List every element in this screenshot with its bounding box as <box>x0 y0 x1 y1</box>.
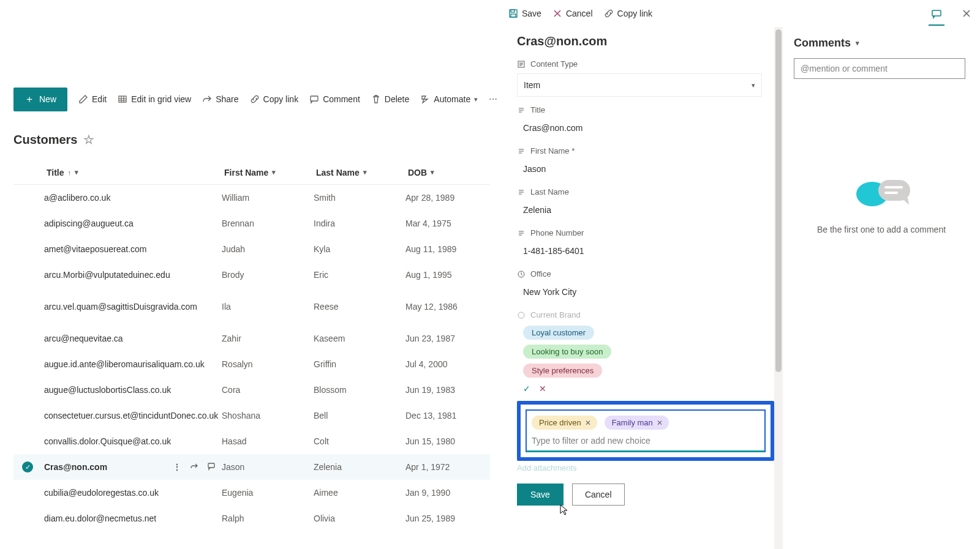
comment-button[interactable]: Comment <box>309 94 360 104</box>
first-name-input[interactable]: Jason <box>517 159 762 179</box>
overflow-button[interactable]: ⋯ <box>489 94 497 104</box>
panel-cancel-button[interactable]: Cancel <box>552 9 593 18</box>
panel-scrollbar[interactable] <box>774 27 783 549</box>
table-row[interactable]: arcu@nequevitae.caZahirKaseemJun 23, 198… <box>13 326 490 351</box>
chip-remove-icon[interactable]: ✕ <box>585 419 591 427</box>
cell-last: Kyla <box>314 244 405 254</box>
favorite-star-icon[interactable]: ☆ <box>83 132 94 147</box>
tag-option-loyal[interactable]: Loyal customer <box>523 326 594 340</box>
cell-first: Cora <box>222 385 314 395</box>
copylink-button[interactable]: Copy link <box>250 94 299 104</box>
table-row[interactable]: a@aclibero.co.ukWilliamSmithApr 28, 1989 <box>13 185 490 211</box>
office-input[interactable]: New York City <box>517 282 762 302</box>
choice-input[interactable]: Price driven ✕ Family man ✕ Type to filt… <box>526 409 766 452</box>
panel-close-button[interactable] <box>962 9 971 21</box>
command-bar: ＋ New Edit Edit in grid view Share Copy … <box>13 86 497 113</box>
chip-family-man: Family man ✕ <box>605 416 669 430</box>
cell-dob: Aug 1, 1995 <box>405 270 503 280</box>
tag-option-style[interactable]: Style preferences <box>523 364 602 378</box>
svg-rect-6 <box>208 463 214 468</box>
panel-save-label: Save <box>522 9 541 18</box>
cell-title: amet@vitaeposuereat.com <box>44 244 222 254</box>
delete-label: Delete <box>385 94 409 104</box>
chevron-down-icon: ▾ <box>363 168 367 176</box>
edit-grid-button[interactable]: Edit in grid view <box>118 94 191 104</box>
form-cancel-button[interactable]: Cancel <box>572 484 625 506</box>
cell-first: Hasad <box>222 436 314 446</box>
chevron-down-icon: ▾ <box>752 81 755 89</box>
comments-empty-text: Be the first one to add a comment <box>794 225 969 234</box>
title-input[interactable]: Cras@non.com <box>517 118 762 138</box>
delete-button[interactable]: Delete <box>371 94 409 104</box>
data-table: Title ↑ ▾ First Name ▾ Last Name ▾ DOB ▾… <box>13 160 490 531</box>
cell-title: cubilia@eudoloregestas.co.uk <box>44 488 222 498</box>
comments-panel: Comments ▾ @mention or comment Be the fi… <box>783 27 980 549</box>
comment-input[interactable]: @mention or comment <box>794 58 965 79</box>
cell-last: Olivia <box>314 514 405 523</box>
panel-copylink-button[interactable]: Copy link <box>604 9 653 18</box>
tag-option-looking[interactable]: Looking to buy soon <box>523 345 611 359</box>
cell-last: Reese <box>314 302 405 312</box>
content-type-select[interactable]: Item ▾ <box>517 73 762 97</box>
cell-dob: Apr 28, 1989 <box>405 193 503 203</box>
cell-title: augue.id.ante@liberomaurisaliquam.co.uk <box>44 359 222 369</box>
col-title[interactable]: Title ↑ ▾ <box>44 168 222 177</box>
comments-heading: Comments ▾ <box>794 37 969 50</box>
svg-rect-5 <box>311 96 318 101</box>
cell-title: arcu.Morbi@vulputateduinec.edu <box>44 270 222 280</box>
edit-button[interactable]: Edit <box>78 94 107 104</box>
current-brand-label: Current Brand <box>517 310 769 319</box>
table-row[interactable]: ✓Cras@non.com⋮JasonZeleniaApr 1, 1972 <box>13 454 490 480</box>
chevron-down-icon: ▾ <box>272 168 276 176</box>
tag-confirm-button[interactable]: ✓ <box>523 384 530 394</box>
save-icon <box>508 9 518 18</box>
new-button[interactable]: ＋ New <box>13 88 67 111</box>
share-icon <box>202 94 212 104</box>
row-share-icon[interactable] <box>190 462 198 472</box>
phone-input[interactable]: 1-481-185-6401 <box>517 241 762 261</box>
chevron-down-icon: ▾ <box>474 95 478 103</box>
panel-save-button[interactable]: Save <box>508 9 541 18</box>
table-row[interactable]: augue@luctuslobortisClass.co.ukCoraBloss… <box>13 377 490 403</box>
cell-dob: Aug 11, 1989 <box>405 244 503 254</box>
panel-cancel-label: Cancel <box>566 9 593 18</box>
tag-cancel-button[interactable]: ✕ <box>539 384 546 394</box>
last-name-input[interactable]: Zelenia <box>517 200 762 220</box>
automate-button[interactable]: Automate ▾ <box>420 94 478 104</box>
chip-remove-icon[interactable]: ✕ <box>657 419 663 427</box>
flow-icon <box>420 94 430 104</box>
trash-icon <box>371 94 381 104</box>
form-save-button[interactable]: Save <box>517 484 564 506</box>
table-row[interactable]: diam.eu.dolor@necmetus.netRalphOliviaJun… <box>13 506 490 531</box>
svg-rect-2 <box>511 14 516 17</box>
share-button[interactable]: Share <box>202 94 238 104</box>
cell-first: Ralph <box>222 514 314 523</box>
row-selected-icon: ✓ <box>22 461 33 472</box>
cell-title: consectetuer.cursus.et@tinciduntDonec.co… <box>44 411 222 420</box>
cell-title: augue@luctuslobortisClass.co.uk <box>44 385 222 395</box>
table-row[interactable]: convallis.dolor.Quisque@at.co.ukHasadCol… <box>13 428 490 454</box>
chevron-down-icon: ▾ <box>431 168 434 176</box>
table-row[interactable]: cubilia@eudoloregestas.co.ukEugeniaAimee… <box>13 480 490 506</box>
table-row[interactable]: arcu.vel.quam@sagittisDuisgravida.comIla… <box>13 288 490 326</box>
panel-copylink-label: Copy link <box>617 9 653 18</box>
cell-dob: Jul 4, 2000 <box>405 359 503 369</box>
comments-toggle-button[interactable] <box>929 6 944 26</box>
table-row[interactable]: consectetuer.cursus.et@tinciduntDonec.co… <box>13 403 490 428</box>
cell-title: arcu.vel.quam@sagittisDuisgravida.com <box>44 302 222 312</box>
chevron-down-icon[interactable]: ▾ <box>856 39 859 47</box>
col-last[interactable]: Last Name ▾ <box>314 168 405 177</box>
row-more-icon[interactable]: ⋮ <box>173 462 181 472</box>
col-dob[interactable]: DOB ▾ <box>405 168 503 177</box>
grid-icon <box>118 94 127 104</box>
plus-icon: ＋ <box>24 93 34 106</box>
list-name: Customers <box>13 133 77 147</box>
table-row[interactable]: adipiscing@augueut.caBrennanIndiraMar 4,… <box>13 211 490 236</box>
table-row[interactable]: amet@vitaeposuereat.comJudahKylaAug 11, … <box>13 236 490 262</box>
add-attachments-link[interactable]: Add attachments <box>517 463 769 472</box>
comment-label: Comment <box>323 94 360 104</box>
row-comment-icon[interactable] <box>207 462 216 472</box>
table-row[interactable]: arcu.Morbi@vulputateduinec.eduBrodyEricA… <box>13 262 490 288</box>
table-row[interactable]: augue.id.ante@liberomaurisaliquam.co.ukR… <box>13 351 490 377</box>
col-first[interactable]: First Name ▾ <box>222 168 314 177</box>
